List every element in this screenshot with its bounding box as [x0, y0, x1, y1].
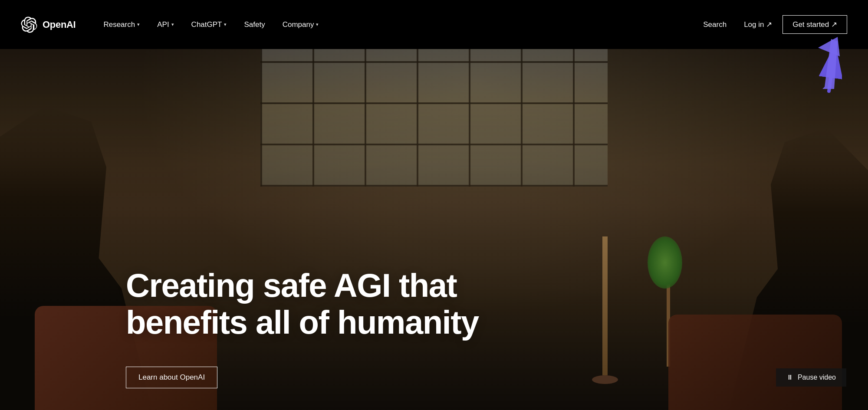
arrow-annotation-svg [799, 35, 842, 95]
pause-video-button[interactable]: ⏸ Pause video [776, 368, 846, 387]
pause-label: Pause video [798, 374, 836, 381]
chevron-down-icon: ▾ [224, 22, 227, 27]
hero-bottom-controls: Learn about OpenAI ⏸ Pause video [126, 367, 846, 388]
svg-marker-3 [818, 37, 840, 56]
couch-right-decoration [668, 315, 842, 410]
chevron-down-icon: ▾ [137, 22, 140, 27]
hero-headline: Creating safe AGI that benefits all of h… [126, 267, 479, 341]
navbar-actions: Search Log in ↗ Get started ↗ [696, 15, 847, 34]
openai-logo[interactable]: OpenAI [21, 16, 76, 33]
navbar: OpenAI Research ▾ API ▾ ChatGPT ▾ Safety… [0, 0, 868, 49]
login-button[interactable]: Log in ↗ [737, 16, 779, 33]
search-button[interactable]: Search [696, 16, 733, 33]
nav-item-chatgpt[interactable]: ChatGPT ▾ [184, 16, 234, 33]
nav-item-research[interactable]: Research ▾ [96, 16, 147, 33]
hero-content: Creating safe AGI that benefits all of h… [126, 267, 479, 341]
nav-item-company[interactable]: Company ▾ [276, 16, 326, 33]
openai-logo-icon [21, 16, 37, 33]
chevron-down-icon: ▾ [316, 22, 319, 27]
pause-icon: ⏸ [786, 374, 793, 381]
chevron-down-icon: ▾ [171, 22, 174, 27]
navbar-nav: Research ▾ API ▾ ChatGPT ▾ Safety Compan… [96, 16, 696, 33]
get-started-button[interactable]: Get started ↗ [783, 15, 847, 34]
hero-section: Creating safe AGI that benefits all of h… [0, 0, 868, 410]
brand-name: OpenAI [43, 19, 76, 30]
arrow-annotation [799, 35, 842, 95]
learn-about-openai-button[interactable]: Learn about OpenAI [126, 367, 217, 388]
floor-lamp-decoration [602, 236, 608, 375]
nav-item-api[interactable]: API ▾ [150, 16, 181, 33]
nav-item-safety[interactable]: Safety [237, 16, 272, 33]
